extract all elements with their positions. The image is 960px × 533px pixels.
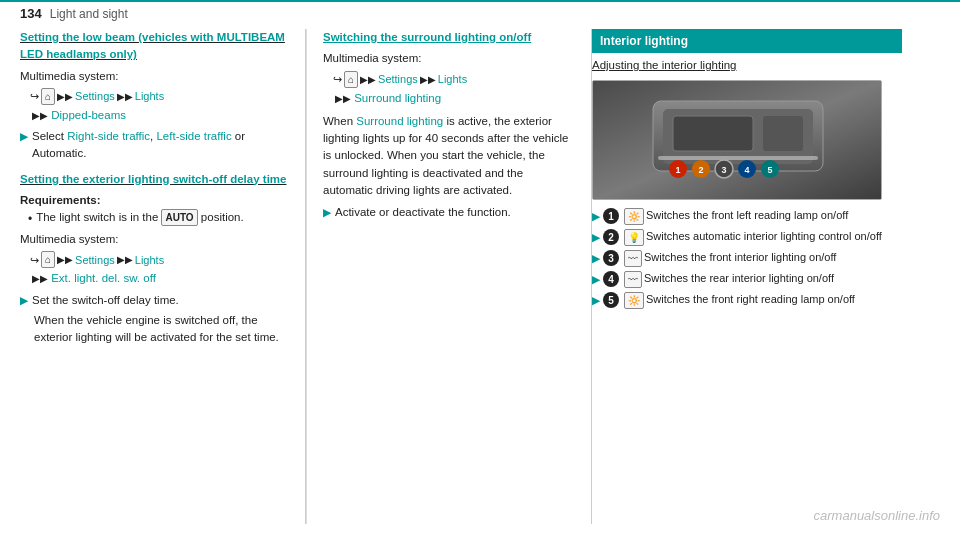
right-arrow-2: ▶ <box>592 230 600 245</box>
right-item-4: ▶ 4 〰 Switches the rear interior lightin… <box>592 271 902 288</box>
nav-cursor-icon: ↪ <box>30 88 39 105</box>
mid-section-title: Switching the surround lighting on/off <box>323 29 575 46</box>
nav-settings-mid: Settings <box>378 71 418 88</box>
step-detail: When the vehicle engine is switched off,… <box>34 312 289 347</box>
page-number: 134 <box>20 6 42 21</box>
interior-img-bg: 1 2 3 4 5 <box>593 81 881 199</box>
svg-rect-3 <box>673 116 753 151</box>
nav-path-1: ↪ ⌂ ▶▶ Settings ▶▶ Lights <box>30 88 289 105</box>
num-badge-2: 2 <box>603 229 619 245</box>
right-arrow-5: ▶ <box>592 293 600 308</box>
right-item-3: ▶ 3 〰 Switches the front interior lighti… <box>592 250 902 267</box>
nav-home-icon-mid: ⌂ <box>344 71 358 88</box>
right-item-1: ▶ 1 🔆 Switches the front left reading la… <box>592 208 902 225</box>
step-select: ▶ Select Right-side traffic, Left-side t… <box>20 128 289 163</box>
light-icon-3: 〰 <box>624 250 642 267</box>
right-item-text-3: Switches the front interior lighting on/… <box>644 250 836 265</box>
nav-arrow-1: ▶▶ <box>57 89 73 104</box>
step-arrow-1: ▶ <box>20 129 28 144</box>
watermark: carmanualsonline.info <box>814 508 940 523</box>
svg-text:4: 4 <box>744 165 749 175</box>
right-arrow-3: ▶ <box>592 251 600 266</box>
multimedia-label-3: Multimedia system: <box>323 50 575 67</box>
nav-surround-text: Surround lighting <box>354 92 441 104</box>
step-set: ▶ Set the switch-off delay time. <box>20 292 289 309</box>
num-badge-5: 5 <box>603 292 619 308</box>
main-content: Setting the low beam (vehicles with MULT… <box>0 23 960 524</box>
svg-rect-5 <box>658 156 818 160</box>
section1-title-text: Setting the low beam (vehicles with MULT… <box>20 31 285 60</box>
nav-arrow-4: ▶▶ <box>117 252 133 267</box>
light-icon-4: 〰 <box>624 271 642 288</box>
svg-text:1: 1 <box>675 165 680 175</box>
nav-home-icon: ⌂ <box>41 88 55 105</box>
section1-title: Setting the low beam (vehicles with MULT… <box>20 29 289 64</box>
nav-dipped-text: Dipped-beams <box>51 109 126 121</box>
section2-title-text: Setting the exterior lighting switch-off… <box>20 173 286 185</box>
right-item-text-4: Switches the rear interior lighting on/o… <box>644 271 834 286</box>
svg-text:2: 2 <box>698 165 703 175</box>
interior-image: 1 2 3 4 5 <box>592 80 882 200</box>
nav-arrow-2: ▶▶ <box>117 89 133 104</box>
ext-nav: ▶▶ Ext. light. del. sw. off <box>32 270 289 287</box>
num-badge-4: 4 <box>603 271 619 287</box>
dipped-nav: ▶▶ Dipped-beams <box>32 107 289 124</box>
nav-lights-1: Lights <box>135 88 164 105</box>
step-arrow-activate: ▶ <box>323 205 331 220</box>
svg-text:5: 5 <box>767 165 772 175</box>
step-text-2: Set the switch-off delay time. <box>32 292 179 309</box>
right-item-5: ▶ 5 🔆 Switches the front right reading l… <box>592 292 902 309</box>
nav-arrow-ext: ▶▶ <box>32 273 48 284</box>
svg-rect-4 <box>763 116 803 151</box>
nav-lights-mid: Lights <box>438 71 467 88</box>
svg-text:3: 3 <box>721 165 726 175</box>
bullet-dot: • <box>28 210 32 228</box>
nav-ext-text: Ext. light. del. sw. off <box>51 272 156 284</box>
step-text-activate: Activate or deactivate the function. <box>335 204 511 221</box>
auto-box: AUTO <box>161 209 197 226</box>
page-container: 134 Light and sight Setting the low beam… <box>0 0 960 533</box>
surround-nav: ▶▶ Surround lighting <box>335 90 575 107</box>
right-item-text-5: Switches the front right reading lamp on… <box>646 292 855 307</box>
nav-path-2: ↪ ⌂ ▶▶ Settings ▶▶ Lights <box>30 251 289 268</box>
surround-body: When Surround lighting is active, the ex… <box>323 113 575 199</box>
nav-arrow-dipped: ▶▶ <box>32 110 48 121</box>
right-item-text-1: Switches the front left reading lamp on/… <box>646 208 848 223</box>
step-arrow-2: ▶ <box>20 293 28 308</box>
nav-settings-1: Settings <box>75 88 115 105</box>
step-activate: ▶ Activate or deactivate the function. <box>323 204 575 221</box>
light-icon-1: 🔆 <box>624 208 644 225</box>
num-badge-1: 1 <box>603 208 619 224</box>
step-text-1: Select Right-side traffic, Left-side tra… <box>32 128 289 163</box>
right-item-text-2: Switches automatic interior lighting con… <box>646 229 882 244</box>
requirements-text: The light switch is in the AUTO position… <box>36 209 243 226</box>
nav-arrow-mid-2: ▶▶ <box>420 72 436 87</box>
nav-lights-2: Lights <box>135 252 164 269</box>
nav-arrow-surround: ▶▶ <box>335 93 351 104</box>
page-header-title: Light and sight <box>50 7 128 21</box>
nav-arrow-mid-1: ▶▶ <box>360 72 376 87</box>
right-subtitle: Adjusting the interior lighting <box>592 57 902 74</box>
right-item-2: ▶ 2 💡 Switches automatic interior lighti… <box>592 229 902 246</box>
mid-column: Switching the surround lighting on/off M… <box>306 29 591 524</box>
right-arrow-4: ▶ <box>592 272 600 287</box>
nav-home-icon-2: ⌂ <box>41 251 55 268</box>
requirements-block: Requirements: • The light switch is in t… <box>20 192 289 228</box>
nav-path-mid: ↪ ⌂ ▶▶ Settings ▶▶ Lights <box>333 71 575 88</box>
num-badge-3: 3 <box>603 250 619 266</box>
step-detail-text: When the vehicle engine is switched off,… <box>34 314 279 343</box>
requirements-bullet: • The light switch is in the AUTO positi… <box>28 209 289 228</box>
right-column: Interior lighting Adjusting the interior… <box>592 29 902 524</box>
top-bar: 134 Light and sight <box>0 0 960 23</box>
surround-body-text: When Surround lighting is active, the ex… <box>323 115 568 196</box>
requirements-label: Requirements: <box>20 194 101 206</box>
right-arrow-1: ▶ <box>592 209 600 224</box>
nav-cursor-icon-2: ↪ <box>30 252 39 269</box>
light-icon-5: 🔆 <box>624 292 644 309</box>
interior-lighting-title: Interior lighting <box>600 34 688 48</box>
light-icon-2: 💡 <box>624 229 644 246</box>
nav-cursor-icon-mid: ↪ <box>333 71 342 88</box>
right-header: Interior lighting <box>592 29 902 53</box>
section2-title: Setting the exterior lighting switch-off… <box>20 171 289 188</box>
multimedia-label-2: Multimedia system: <box>20 231 289 248</box>
